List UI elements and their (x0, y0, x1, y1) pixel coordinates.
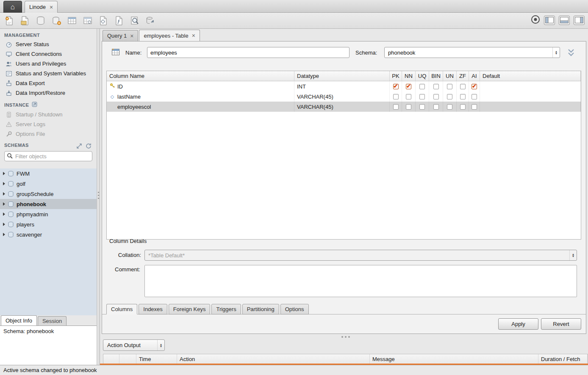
bin-checkbox[interactable] (433, 84, 439, 89)
nn-checkbox[interactable] (406, 84, 411, 89)
column-row-lastname[interactable]: ◇ lastName VARCHAR(45) (107, 91, 581, 102)
column-name-cell[interactable]: ID (107, 81, 294, 91)
create-function-icon[interactable] (113, 15, 125, 27)
expander-icon[interactable] (3, 182, 5, 185)
column-name-cell[interactable]: ◇ lastName (107, 91, 294, 102)
collation-select[interactable]: *Table Default* ▴▾ (144, 250, 577, 261)
tab-triggers[interactable]: Triggers (211, 304, 241, 314)
expander-icon[interactable] (3, 223, 5, 226)
toggle-right-panel-icon[interactable] (574, 16, 585, 25)
schema-row-players[interactable]: players (0, 219, 97, 229)
sidebar-item-data-import[interactable]: Data Import/Restore (0, 88, 97, 98)
bin-checkbox[interactable] (433, 94, 439, 99)
column-row-employeescol[interactable]: employeescol VARCHAR(45) (107, 102, 581, 112)
pk-checkbox[interactable] (393, 94, 399, 99)
schema-row-golf[interactable]: golf (0, 179, 97, 189)
stepper-icon[interactable]: ▴▾ (552, 47, 560, 58)
bottom-splitter-handle[interactable] (341, 336, 343, 338)
sidebar-item-server-status[interactable]: Server Status (0, 39, 97, 49)
datatype-cell[interactable]: INT (294, 81, 390, 91)
close-icon[interactable]: × (50, 4, 53, 11)
new-query-tab-icon[interactable] (3, 15, 16, 27)
tab-object-info[interactable]: Object Info (1, 315, 37, 325)
uq-checkbox[interactable] (419, 94, 425, 99)
default-cell[interactable] (480, 91, 581, 102)
close-icon[interactable]: × (130, 33, 133, 39)
home-tab[interactable]: ⌂ (3, 1, 22, 13)
default-cell[interactable] (480, 102, 581, 112)
tab-session[interactable]: Session (38, 316, 67, 325)
tab-indexes[interactable]: Indexes (139, 304, 167, 314)
tab-employees-table[interactable]: employees - Table × (139, 30, 200, 41)
ai-checkbox[interactable] (472, 94, 477, 99)
sidebar-item-status-system-variables[interactable]: Status and System Variables (0, 69, 97, 78)
datatype-cell[interactable]: VARCHAR(45) (294, 91, 390, 102)
sidebar-item-server-logs[interactable]: Server Logs (0, 119, 97, 129)
tab-options[interactable]: Options (280, 304, 309, 314)
create-table-icon[interactable] (66, 15, 78, 27)
search-objects-icon[interactable] (128, 15, 141, 27)
expand-schemas-icon[interactable] (76, 143, 82, 150)
sidebar-item-client-connections[interactable]: Client Connections (0, 49, 97, 59)
default-cell[interactable] (480, 81, 581, 91)
connect-database-icon[interactable] (34, 15, 47, 27)
uq-checkbox[interactable] (419, 104, 425, 110)
tab-query-1[interactable]: Query 1 × (103, 30, 138, 41)
sidebar-item-data-export[interactable]: Data Export (0, 78, 97, 88)
expander-icon[interactable] (3, 212, 5, 216)
schema-filter-input[interactable] (14, 153, 91, 160)
collapse-header-icon[interactable] (566, 48, 576, 59)
toggle-left-panel-icon[interactable] (544, 16, 555, 25)
uq-checkbox[interactable] (419, 84, 425, 89)
tab-columns[interactable]: Columns (106, 304, 137, 314)
schema-row-groupschedule[interactable]: groupSchedule (0, 189, 97, 199)
sidebar-splitter[interactable] (97, 29, 100, 365)
schema-row-phonebook[interactable]: phonebook (0, 199, 97, 209)
bin-checkbox[interactable] (433, 104, 439, 110)
open-script-icon[interactable] (19, 15, 31, 27)
ai-checkbox[interactable] (472, 84, 477, 89)
pk-checkbox[interactable] (393, 104, 399, 110)
create-procedure-icon[interactable] (97, 15, 110, 27)
schema-select[interactable]: phonebook ▴▾ (384, 47, 560, 58)
zf-checkbox[interactable] (460, 84, 466, 89)
expander-icon[interactable] (3, 172, 5, 175)
status-indicator-icon[interactable] (531, 15, 540, 25)
toggle-bottom-panel-icon[interactable] (559, 16, 570, 25)
close-icon[interactable]: × (192, 32, 195, 39)
apply-button[interactable]: Apply (498, 318, 538, 330)
schema-row-phpmyadmin[interactable]: phpmyadmin (0, 209, 97, 219)
revert-button[interactable]: Revert (541, 318, 581, 330)
expander-icon[interactable] (3, 233, 5, 236)
tab-foreign-keys[interactable]: Foreign Keys (169, 304, 211, 314)
pk-checkbox[interactable] (393, 84, 399, 89)
refresh-schemas-icon[interactable] (86, 143, 92, 150)
create-view-icon[interactable] (81, 15, 94, 27)
output-view-select[interactable]: Action Output ▴▾ (103, 339, 165, 351)
expander-icon[interactable] (3, 192, 5, 196)
column-name-cell[interactable]: employeescol (107, 102, 294, 112)
nn-checkbox[interactable] (406, 94, 411, 99)
stepper-icon[interactable]: ▴▾ (569, 250, 577, 260)
tab-partitioning[interactable]: Partitioning (242, 304, 279, 314)
column-row-id[interactable]: ID INT (107, 81, 581, 91)
nn-checkbox[interactable] (406, 104, 411, 110)
zf-checkbox[interactable] (460, 94, 466, 99)
sidebar-item-users-privileges[interactable]: Users and Privileges (0, 59, 97, 69)
ai-checkbox[interactable] (472, 104, 477, 110)
expander-icon[interactable] (3, 202, 5, 206)
zf-checkbox[interactable] (460, 104, 466, 110)
reconnect-server-icon[interactable] (144, 15, 157, 27)
un-checkbox[interactable] (447, 84, 452, 89)
sidebar-item-startup-shutdown[interactable]: Startup / Shutdown (0, 110, 97, 119)
datatype-cell[interactable]: VARCHAR(45) (294, 102, 390, 112)
table-name-input[interactable] (147, 47, 349, 58)
schema-row-scavenger[interactable]: scavenger (0, 229, 97, 240)
schema-row-fwm[interactable]: FWM (0, 168, 97, 179)
comment-textarea[interactable] (144, 265, 577, 297)
un-checkbox[interactable] (447, 104, 452, 110)
create-schema-icon[interactable] (50, 15, 63, 27)
stepper-icon[interactable]: ▴▾ (157, 340, 164, 350)
connection-tab-linode[interactable]: Linode × (25, 1, 58, 13)
sidebar-item-options-file[interactable]: Options File (0, 129, 97, 139)
